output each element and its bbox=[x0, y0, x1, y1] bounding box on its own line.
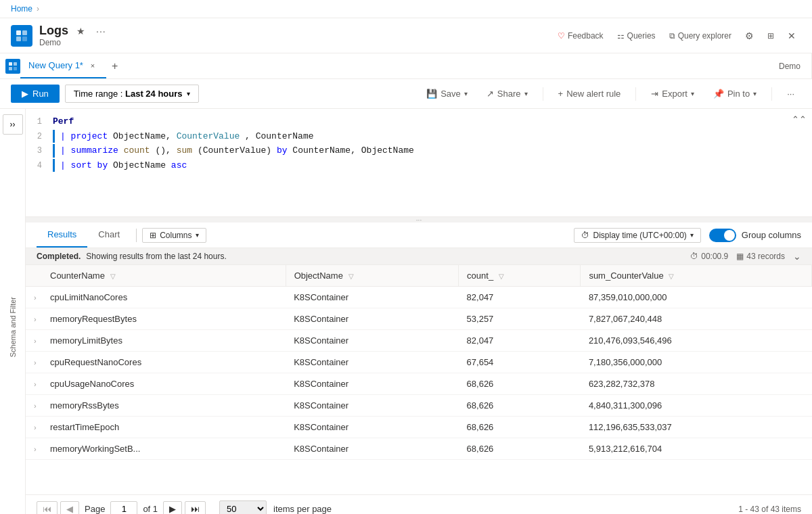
clock-icon: ⏱ bbox=[581, 231, 589, 240]
col-header-countername[interactable]: CounterName ▽ bbox=[42, 265, 286, 287]
add-tab-button[interactable]: + bbox=[106, 57, 123, 75]
cell-sum: 112,196,635,533,037 bbox=[581, 417, 812, 438]
editor-resize-handle[interactable]: ··· bbox=[26, 217, 812, 223]
expand-icon[interactable]: › bbox=[34, 315, 37, 323]
close-button[interactable]: ✕ bbox=[782, 28, 801, 44]
svg-rect-5 bbox=[14, 62, 17, 66]
cell-count: 67,654 bbox=[459, 352, 581, 373]
cell-objectname: K8SContainer bbox=[286, 373, 458, 395]
cell-objectname: K8SContainer bbox=[286, 330, 458, 352]
row-expand-cell[interactable]: › bbox=[26, 438, 42, 460]
tabs-divider bbox=[136, 229, 137, 242]
alert-icon: + bbox=[558, 89, 564, 99]
star-button[interactable]: ★ bbox=[74, 24, 88, 38]
row-expand-cell[interactable]: › bbox=[26, 352, 42, 373]
next-page-button[interactable]: ▶ bbox=[163, 501, 182, 514]
editor-results-area: 1 Perf 2 | project ObjectName, CounterVa… bbox=[26, 109, 812, 514]
tab-close-button[interactable]: × bbox=[87, 60, 98, 71]
queries-icon: ⚏ bbox=[617, 31, 625, 41]
pin-to-button[interactable]: 📌 Pin to ▾ bbox=[706, 85, 763, 102]
filter-icon-sum[interactable]: ▽ bbox=[669, 273, 674, 280]
results-area: Results Chart ⊞ Columns ▾ ⏱ Display time… bbox=[26, 223, 812, 514]
per-page-select[interactable]: 50 100 200 bbox=[219, 500, 267, 514]
header-actions: ♡ Feedback ⚏ Queries ⧉ Query explorer ⚙ … bbox=[552, 28, 801, 44]
status-detail: Showing results from the last 24 hours. bbox=[86, 252, 226, 261]
expand-icon[interactable]: › bbox=[34, 337, 37, 345]
row-expand-cell[interactable]: › bbox=[26, 287, 42, 308]
page-number-input[interactable] bbox=[110, 501, 137, 514]
row-expand-cell[interactable]: › bbox=[26, 373, 42, 395]
layout-button[interactable]: ⊞ bbox=[762, 28, 780, 43]
tab-bar: New Query 1* × + Demo bbox=[0, 53, 812, 79]
expand-icon[interactable]: › bbox=[34, 358, 37, 367]
expand-icon[interactable]: › bbox=[34, 380, 37, 388]
tab-chart[interactable]: Chart bbox=[87, 223, 131, 248]
cell-count: 68,626 bbox=[459, 438, 581, 460]
chevron-down-icon: ▾ bbox=[187, 90, 190, 97]
display-time-button[interactable]: ⏱ Display time (UTC+00:00) ▾ bbox=[574, 228, 700, 243]
toggle-switch[interactable] bbox=[709, 229, 736, 242]
pagination: ⏮ ◀ Page of 1 ▶ ⏭ 50 100 200 items per p… bbox=[26, 494, 812, 514]
items-per-page-label: items per page bbox=[273, 504, 332, 514]
expand-icon[interactable]: › bbox=[34, 423, 37, 431]
tab-new-query[interactable]: New Query 1* × bbox=[20, 53, 106, 78]
export-button[interactable]: ⇥ Export ▾ bbox=[644, 85, 701, 102]
group-columns-toggle[interactable]: Group columns bbox=[709, 229, 801, 242]
svg-rect-3 bbox=[22, 37, 27, 41]
toolbar: ▶ Run Time range : Last 24 hours ▾ 💾 Sav… bbox=[0, 79, 812, 109]
columns-button[interactable]: ⊞ Columns ▾ bbox=[142, 228, 206, 243]
row-expand-cell[interactable]: › bbox=[26, 308, 42, 330]
queries-button[interactable]: ⚏ Queries bbox=[612, 28, 661, 43]
tab-results[interactable]: Results bbox=[37, 223, 87, 248]
tab-workspace: Demo bbox=[768, 53, 812, 78]
table-row: › memoryRequestBytes K8SContainer 53,257… bbox=[26, 308, 812, 330]
columns-chevron-icon: ▾ bbox=[196, 231, 199, 239]
export-chevron-icon: ▾ bbox=[691, 90, 694, 97]
heart-icon: ♡ bbox=[558, 31, 565, 41]
collapse-editor-button[interactable]: ⌃⌃ bbox=[792, 114, 807, 124]
col-header-count[interactable]: count_ ▽ bbox=[459, 265, 581, 287]
cell-countername: memoryRequestBytes bbox=[42, 308, 286, 330]
row-expand-cell[interactable]: › bbox=[26, 417, 42, 438]
new-alert-button[interactable]: + New alert rule bbox=[551, 85, 628, 102]
last-page-button[interactable]: ⏭ bbox=[185, 501, 206, 514]
run-button[interactable]: ▶ Run bbox=[11, 85, 60, 103]
time-range-button[interactable]: Time range : Last 24 hours ▾ bbox=[65, 85, 199, 103]
group-columns-label: Group columns bbox=[742, 230, 801, 240]
query-editor[interactable]: 1 Perf 2 | project ObjectName, CounterVa… bbox=[26, 109, 812, 217]
expand-icon[interactable]: › bbox=[34, 294, 37, 302]
cell-count: 68,626 bbox=[459, 417, 581, 438]
breadcrumb-home[interactable]: Home bbox=[11, 4, 32, 14]
timer-icon: ⏱ bbox=[690, 252, 698, 261]
col-header-objectname[interactable]: ObjectName ▽ bbox=[286, 265, 458, 287]
expand-icon[interactable]: › bbox=[34, 402, 37, 410]
row-expand-cell[interactable]: › bbox=[26, 395, 42, 417]
filter-icon-count[interactable]: ▽ bbox=[499, 273, 504, 280]
row-expand-cell[interactable]: › bbox=[26, 330, 42, 352]
app-title-group: Logs ★ ··· Demo bbox=[39, 24, 552, 47]
svg-rect-4 bbox=[9, 62, 12, 66]
more-options-button[interactable]: ··· bbox=[93, 24, 109, 38]
results-table-container: CounterName ▽ ObjectName ▽ count_ ▽ bbox=[26, 265, 812, 494]
expand-records-button[interactable]: ⌄ bbox=[793, 251, 801, 262]
prev-page-button[interactable]: ◀ bbox=[60, 501, 79, 514]
feedback-button[interactable]: ♡ Feedback bbox=[552, 28, 609, 43]
time-range-label: Time range : Last 24 hours bbox=[74, 89, 183, 99]
records-count: ▦ 43 records bbox=[736, 252, 785, 261]
col-header-sum[interactable]: sum_CounterValue ▽ bbox=[581, 265, 812, 287]
columns-icon: ⊞ bbox=[150, 231, 156, 240]
expand-panel-button[interactable]: ›› bbox=[3, 114, 23, 135]
pin-icon: 📌 bbox=[713, 89, 724, 99]
query-explorer-button[interactable]: ⧉ Query explorer bbox=[664, 28, 737, 43]
more-toolbar-button[interactable]: ··· bbox=[780, 85, 801, 102]
filter-icon-objectname[interactable]: ▽ bbox=[348, 273, 354, 280]
expand-icon[interactable]: › bbox=[34, 445, 37, 453]
share-button[interactable]: ↗ Share ▾ bbox=[480, 85, 535, 102]
save-button[interactable]: 💾 Save ▾ bbox=[420, 85, 474, 102]
panel-label: Schema and Filter bbox=[9, 297, 17, 357]
settings-button[interactable]: ⚙ bbox=[740, 28, 759, 44]
cell-objectname: K8SContainer bbox=[286, 287, 458, 308]
first-page-button[interactable]: ⏮ bbox=[37, 501, 58, 514]
filter-icon-countername[interactable]: ▽ bbox=[110, 273, 116, 280]
duration-display: ⏱ 00:00.9 bbox=[690, 252, 728, 261]
